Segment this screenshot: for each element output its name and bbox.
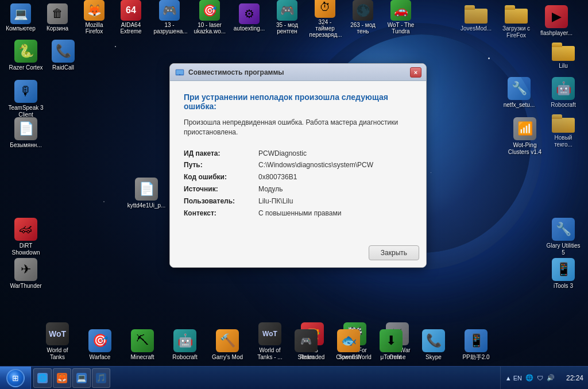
garrysmod-label: Garry's Mod	[212, 354, 243, 361]
top-icon-mozilla[interactable]: 🦊 Mozilla Firefox	[78, 0, 110, 36]
dialog-title-icon	[175, 67, 185, 78]
clownfish-bottom-icon[interactable]: 🐟 Clownfish	[328, 327, 369, 363]
icon10-label: 10 - laser ukazka.wo...	[194, 22, 226, 34]
detail-row-user: Пользователь: Lilu-ПК\Lilu	[184, 197, 412, 206]
taskbar-win-btn[interactable]: 💻	[72, 368, 91, 388]
glary-label: Glary Utilities 5	[546, 242, 581, 256]
top-icon-13[interactable]: 🎮 13 - разрушена...	[152, 0, 187, 36]
detail-row-id: ИД пакета: PCWDiagnostic	[184, 149, 412, 159]
icon263-label: 263 - мод тень	[349, 22, 377, 34]
garrysmod-bottom-icon[interactable]: 🔨 Garry's Mod	[207, 327, 247, 363]
robocraft-label: Robocraft	[551, 102, 575, 109]
dirt-icon-item[interactable]: 🏎 DiRT Showdown	[6, 215, 46, 259]
warface-bottom-icon[interactable]: 🎯 Warface	[80, 327, 120, 363]
top-icon-324[interactable]: ⏱ 324 - таймер перезаряд...	[308, 0, 342, 40]
glary-icon-item[interactable]: 🔧 Glary Utilities 5	[543, 215, 583, 259]
novyi-folder-icon	[552, 114, 575, 133]
dirt-label: DiRT Showdown	[8, 242, 44, 256]
novyi-label: Новый текго...	[546, 134, 581, 148]
top-icon-autoexting[interactable]: ⚙ autoexting...	[232, 2, 266, 33]
steam-bottom-icon[interactable]: 🎮 Steam	[286, 327, 326, 363]
wotping-label: Wot-Ping Clusters v1.4	[507, 142, 543, 156]
lilu-label: Lilu	[559, 63, 568, 70]
raidcall-icon-item[interactable]: 📞 RaidCall	[43, 37, 83, 74]
skype-label: Skype	[425, 354, 442, 361]
clownfish-icon: 🐟	[337, 329, 360, 352]
netfx-icon: 🔧	[508, 77, 531, 100]
compatibility-dialog: Совместимость программы × При устранении…	[169, 63, 427, 268]
novyi-icon-item[interactable]: Новый текго...	[543, 112, 583, 151]
autoexting-icon: ⚙	[239, 3, 260, 24]
mozilla-label: Mozilla Firefox	[80, 22, 109, 34]
dialog-title: Совместимость программы	[188, 68, 410, 76]
icon324-label: 324 - таймер перезаряд...	[310, 19, 341, 38]
robocraft2-bottom-icon[interactable]: 🤖 Robocraft	[165, 327, 205, 363]
dialog-close-icon[interactable]: ×	[410, 67, 421, 78]
top-icon-263[interactable]: 🌑 263 - мод тень	[347, 0, 379, 36]
top-icon-korzina[interactable]: 🗑 Корзина	[41, 2, 74, 33]
lilu-icon-item[interactable]: Lilu	[543, 40, 583, 72]
detail-user-value: Lilu-ПК\Lilu	[258, 197, 293, 206]
korzina-label: Корзина	[47, 25, 68, 32]
taskbar-firefox-btn[interactable]: 🦊	[53, 368, 71, 388]
aida64-icon: 64	[121, 0, 141, 21]
skype-bottom-icon[interactable]: 📞 Skype	[413, 327, 454, 363]
glary-icon: 🔧	[552, 218, 575, 241]
warface-label: Warface	[90, 354, 111, 361]
icon35-icon: 🎮	[277, 0, 297, 21]
pp-bottom-icon[interactable]: 📱 PP助手2.0	[456, 327, 496, 363]
detail-row-context: Контекст: С повышенными правами	[184, 209, 412, 218]
detail-row-source: Источник: Модуль	[184, 184, 412, 194]
taskbar-ie-btn[interactable]: 🌐	[33, 368, 52, 388]
kompyuter-icon: 💻	[10, 3, 31, 24]
wot2-bottom-icon[interactable]: WoT World of Tanks - ...	[250, 320, 290, 363]
steam-label: Steam	[298, 354, 315, 361]
razer-icon-item[interactable]: 🐍 Razer Cortex	[6, 37, 46, 74]
detail-path-value: C:\Windows\diagnostics\system\PCW	[258, 160, 373, 170]
razer-label: Razer Cortex	[9, 64, 43, 71]
top-icon-35[interactable]: 🎮 35 - мод рентген	[271, 0, 303, 36]
dirt-icon: 🏎	[14, 218, 37, 241]
dialog-footer: Закрыть	[170, 241, 426, 267]
netfx-icon-item[interactable]: 🔧 netfx_setu...	[499, 75, 539, 111]
wot-tanks-icon: WoT	[46, 322, 69, 345]
wotping-icon: 📶	[513, 117, 536, 140]
dialog-titlebar: Совместимость программы ×	[170, 64, 426, 81]
itools-icon-item[interactable]: 📱 iTools 3	[543, 256, 583, 292]
itools-label: iTools 3	[554, 283, 573, 290]
wot-label: WoT - The Tundra	[385, 22, 416, 34]
kyttd-icon-item[interactable]: 📄 kyttd4e1Ui_p...	[126, 175, 167, 211]
dialog-close-button[interactable]: Закрыть	[369, 245, 419, 260]
pp-label: PP助手2.0	[462, 354, 489, 361]
top-icon-kompyuter[interactable]: 💻 Компьютер	[5, 2, 37, 33]
netfx-label: netfx_setu...	[504, 102, 535, 109]
icon13-icon: 🎮	[159, 0, 180, 21]
icon263-icon: 🌑	[353, 0, 373, 21]
warthunder-icon-item[interactable]: ✈ WarThunder	[6, 256, 46, 292]
tray-shield-icon: 🛡	[537, 375, 543, 382]
detail-user-label: Пользователь:	[184, 197, 258, 206]
taskbar-items: 🌐 🦊 💻 🎵	[31, 367, 500, 389]
teamspeak-icon-item[interactable]: 🎙 TeamSpeak 3 Client	[6, 78, 46, 121]
taskbar-tray: ▲ EN 🌐 🛡 🔊 22:24	[500, 367, 588, 389]
utorrent-bottom-icon[interactable]: ⬇ μTorrent	[371, 327, 411, 363]
detail-code-label: Код ошибки:	[184, 172, 258, 182]
robocraft-icon-item[interactable]: 🤖 Robocraft	[543, 75, 583, 111]
razer-icon: 🐍	[14, 40, 37, 63]
taskbar-media-btn[interactable]: 🎵	[92, 368, 110, 388]
robocraft-icon: 🤖	[552, 77, 575, 100]
top-icon-10[interactable]: 🎯 10 - laser ukazka.wo...	[192, 0, 227, 36]
detail-context-label: Контекст:	[184, 209, 258, 218]
top-icon-aida64[interactable]: 64 AIDA64 Extreme	[115, 0, 147, 36]
minecraft-bottom-icon[interactable]: ⛏ Minecraft	[122, 327, 163, 363]
bezymyan-icon: 📄	[14, 117, 37, 140]
wotping-icon-item[interactable]: 📶 Wot-Ping Clusters v1.4	[505, 115, 545, 158]
robocraft2-label: Robocraft	[172, 354, 197, 361]
start-button[interactable]	[0, 367, 31, 390]
bezymyan-icon-item[interactable]: 📄 Безымянн...	[6, 115, 46, 151]
korzina-icon: 🗑	[47, 3, 68, 24]
system-clock[interactable]: 22:24	[558, 374, 583, 382]
top-taskbar-row: 💻 Компьютер 🗑 Корзина 🦊 Mozilla Firefox …	[0, 0, 588, 34]
top-icon-wot[interactable]: 🚗 WoT - The Tundra	[384, 0, 418, 36]
wot-bottom-icon[interactable]: WoT World of Tanks	[37, 320, 78, 363]
